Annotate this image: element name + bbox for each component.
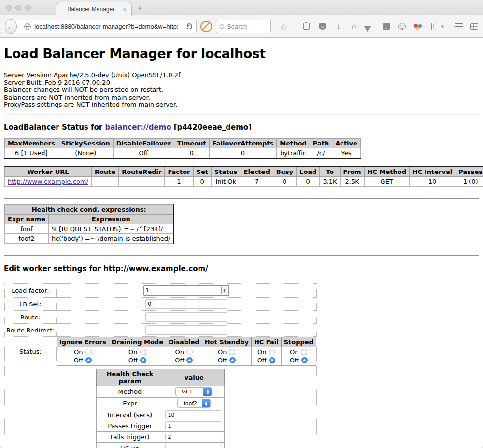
radio-hot-standby-on[interactable]	[229, 349, 235, 355]
minimize-window-button[interactable]	[15, 5, 21, 11]
hc-fails-input[interactable]	[165, 433, 222, 441]
close-tab-icon[interactable]: ×	[122, 6, 128, 13]
hc-fails-label: Fails trigger)	[97, 432, 163, 443]
balancer-demo-link[interactable]: balancer://demo	[105, 123, 171, 131]
divider	[4, 255, 479, 256]
radio-ignore-errors-on[interactable]	[85, 349, 92, 355]
worker-table-frame: Worker URL Route RouteRedir Factor Set S…	[4, 166, 483, 187]
worker-settings-form-frame: Load factor: ▲▼ LB Set: Route:	[4, 283, 317, 448]
send-icon	[364, 21, 376, 32]
radio-hc-fail-off[interactable]	[269, 357, 275, 363]
worker-url-link[interactable]: http://www.example.com/	[8, 178, 88, 185]
hc-method-label: Method	[97, 386, 163, 398]
tab-grid-icon[interactable]	[470, 23, 478, 30]
balancer-status-heading: LoadBalancer Status for balancer://demo …	[4, 123, 479, 131]
table-row: 6 [1 Used] (None) Off 0 0 bytraffic /c/ …	[5, 148, 361, 158]
form-row-load-factor: Load factor: ▲▼	[5, 284, 317, 298]
hc-passes-label: Passes trigger	[97, 420, 163, 432]
table-row: Expr foof2 ▲▼	[97, 398, 225, 409]
status-hc-fail: On Off	[251, 347, 281, 366]
reload-icon[interactable]	[186, 23, 192, 29]
status-table: Ignore Errors Draining Mode Disabled Hot…	[57, 337, 316, 366]
search-bar[interactable]: Search	[216, 20, 271, 33]
radio-disabled-off[interactable]	[186, 357, 193, 363]
health-check-param-table: Health Check param Value Method GET ▲▼	[96, 369, 225, 448]
table-row: Passes trigger	[97, 420, 225, 432]
search-icon	[220, 24, 224, 29]
radio-stopped-on[interactable]	[301, 349, 307, 355]
worker-table: Worker URL Route RouteRedir Factor Set S…	[4, 167, 483, 187]
home-icon[interactable]: ⌂	[349, 21, 359, 32]
hc-method-select[interactable]: GET ▲▼	[175, 387, 212, 396]
select-stepper-icon: ▲▼	[203, 387, 212, 396]
expr-table-title: Health check cond. expressions:	[5, 205, 173, 215]
load-factor-input[interactable]	[145, 287, 221, 294]
server-version: Server Version: Apache/2.5.0-dev (Unix) …	[4, 72, 479, 79]
table-row: foof %{REQUEST_STATUS} =~ /^[234]/	[5, 224, 173, 234]
globe-icon	[24, 23, 31, 30]
status-ignore-errors: On Off	[57, 347, 109, 366]
hc-expr-select[interactable]: foof2 ▲▼	[177, 399, 211, 408]
notice-persist: Balancer changes will NOT be persisted o…	[4, 86, 479, 93]
content-block-icon[interactable]	[200, 21, 212, 32]
toolbar-icons: ☆ v ↓ ⌂ ↓ ▾	[279, 21, 444, 32]
url-bar[interactable]: localhost:8880/balancer-manager?b=demo&w…	[13, 20, 197, 33]
table-header-row: MaxMembers StickySession DisableFailover…	[5, 139, 361, 148]
table-row: http://www.example.com/ 1 0 Init Ok 7 0 …	[5, 177, 483, 187]
radio-stopped-off[interactable]	[301, 357, 308, 363]
form-row-route-redirect: Route Redirect:	[5, 324, 317, 337]
radio-draining-mode-off[interactable]	[140, 357, 146, 363]
worker-settings-form: Load factor: ▲▼ LB Set: Route:	[4, 283, 317, 448]
close-window-button[interactable]	[6, 5, 12, 11]
radio-hot-standby-off[interactable]	[229, 357, 236, 363]
status-draining-mode: On Off	[109, 347, 166, 366]
page-content: Load Balancer Manager for localhost Serv…	[0, 46, 483, 448]
hc-passes-input[interactable]	[165, 421, 222, 430]
route-label: Route:	[5, 311, 57, 324]
hc-uri-input[interactable]	[165, 444, 222, 448]
route-redirect-label: Route Redirect:	[5, 324, 57, 337]
lb-set-input[interactable]	[145, 299, 227, 309]
browser-titlebar: Balancer Manager × +	[0, 0, 483, 15]
feedback-smiley-icon	[398, 23, 406, 30]
load-factor-field[interactable]: ▲▼	[143, 285, 229, 296]
server-info: Server Version: Apache/2.5.0-dev (Unix) …	[4, 72, 479, 108]
hc-expr-label: Expr	[97, 398, 163, 409]
new-tab-button[interactable]: +	[137, 3, 142, 14]
select-stepper-icon: ▲▼	[202, 399, 210, 408]
route-input[interactable]	[145, 312, 227, 322]
number-stepper-icon[interactable]: ▲▼	[221, 287, 227, 294]
route-redirect-input[interactable]	[145, 325, 227, 335]
form-row-lb-set: LB Set:	[5, 298, 317, 311]
search-placeholder[interactable]: Search	[227, 23, 247, 30]
divider	[4, 198, 479, 199]
radio-draining-mode-on[interactable]	[140, 349, 146, 355]
colored-dots-icon	[414, 23, 422, 30]
tab-balancer-manager[interactable]: Balancer Manager ×	[56, 2, 132, 16]
browser-window: Balancer Manager × + ← localhost:8880/ba…	[0, 0, 483, 448]
notice-proxypass: ProxyPass settings are NOT inherited fro…	[4, 101, 479, 108]
table-row: HC uri	[97, 443, 225, 448]
zoom-window-button[interactable]	[25, 5, 31, 11]
url-text[interactable]: localhost:8880/balancer-manager?b=demo&w…	[34, 23, 178, 30]
radio-ignore-errors-off[interactable]	[85, 357, 92, 363]
hc-interval-input[interactable]	[165, 410, 222, 419]
table-header-row: Ignore Errors Draining Mode Disabled Hot…	[57, 337, 316, 347]
expr-table-frame: Health check cond. expressions: Expr nam…	[4, 204, 174, 244]
balancer-status-table-frame: MaxMembers StickySession DisableFailover…	[4, 138, 361, 159]
table-row: Interval (secs)	[97, 409, 225, 420]
radio-hc-fail-on[interactable]	[269, 349, 275, 355]
bookmark-star-icon[interactable]: ☆	[279, 21, 288, 32]
hc-uri-label: HC uri	[97, 443, 163, 448]
balancer-status-table: MaxMembers StickySession DisableFailover…	[4, 138, 361, 158]
radio-disabled-on[interactable]	[186, 349, 193, 355]
menu-icon[interactable]	[455, 23, 463, 30]
table-row: Fails trigger)	[97, 432, 225, 443]
table-header-row: Worker URL Route RouteRedir Factor Set S…	[5, 167, 483, 177]
tab-title: Balancer Manager	[60, 6, 122, 13]
status-hot-standby: On Off	[202, 347, 251, 366]
download-icon[interactable]: ↓	[333, 21, 343, 32]
back-button[interactable]: ←	[5, 19, 17, 34]
overflow-caret-icon[interactable]: ▾	[441, 23, 444, 29]
clipboard-icon	[303, 23, 310, 30]
